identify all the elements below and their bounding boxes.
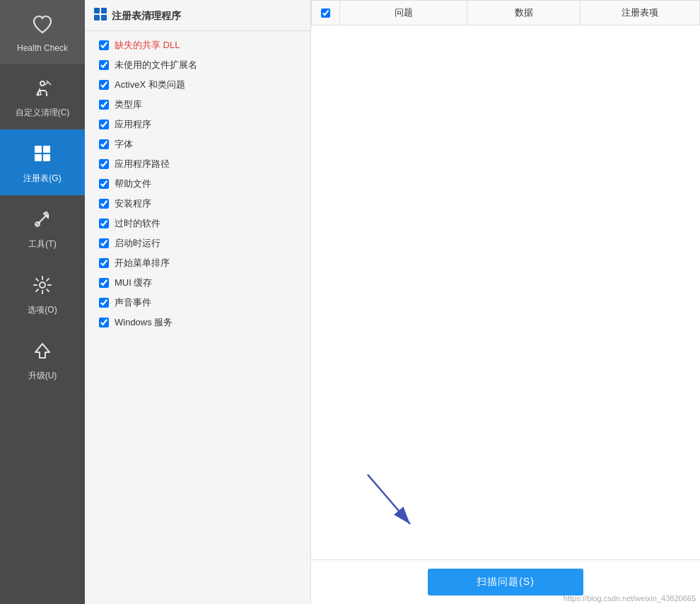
svg-point-0 (40, 81, 45, 86)
checkbox-missing-dll[interactable] (99, 40, 109, 50)
check-item-missing-dll[interactable]: 缺失的共享 DLL (85, 35, 310, 55)
checkbox-mui-cache[interactable] (99, 278, 109, 288)
svg-rect-1 (35, 146, 42, 153)
svg-rect-10 (101, 15, 107, 21)
sidebar: Health Check 自定义清理(C) 注册表(G) (0, 0, 85, 604)
check-label-startup: 启动时运行 (115, 237, 161, 250)
check-item-startup[interactable]: 启动时运行 (85, 233, 310, 253)
check-item-obsolete[interactable]: 过时的软件 (85, 214, 310, 233)
checkbox-win-services[interactable] (99, 318, 109, 327)
svg-rect-4 (43, 154, 50, 161)
results-table: 问题 数据 注册表项 (311, 0, 700, 25)
select-all-checkbox[interactable] (321, 8, 330, 18)
right-panel: 问题 数据 注册表项 (311, 0, 700, 604)
svg-rect-3 (35, 154, 42, 161)
check-label-type-lib: 类型库 (115, 98, 142, 111)
sidebar-item-health-check[interactable]: Health Check (0, 0, 85, 64)
check-item-installer[interactable]: 安装程序 (85, 194, 310, 214)
check-label-apps: 应用程序 (115, 118, 151, 131)
svg-rect-7 (94, 8, 100, 13)
svg-rect-2 (43, 146, 50, 153)
watermark: https://blog.csdn.net/weixin_43820665 (564, 594, 696, 603)
checkbox-fonts[interactable] (99, 139, 109, 149)
panel-header-icon (93, 7, 107, 25)
health-check-icon (31, 13, 54, 39)
sidebar-label-tools: 工具(T) (28, 238, 56, 250)
upgrade-icon (31, 339, 54, 366)
checkbox-obsolete[interactable] (99, 219, 109, 228)
svg-rect-8 (101, 8, 107, 13)
check-label-sound-events: 声音事件 (115, 296, 151, 309)
col-data: 数据 (467, 1, 581, 25)
sidebar-label-custom-clean: 自定义清理(C) (16, 107, 70, 119)
check-item-mui-cache[interactable]: MUI 缓存 (85, 273, 310, 293)
svg-rect-9 (94, 15, 100, 21)
checkbox-type-lib[interactable] (99, 100, 109, 110)
sidebar-item-tools[interactable]: 工具(T) (0, 195, 85, 261)
checkbox-installer[interactable] (99, 199, 109, 209)
options-icon (31, 274, 54, 300)
checkbox-help-files[interactable] (99, 179, 109, 189)
check-item-start-menu[interactable]: 开始菜单排序 (85, 253, 310, 273)
check-label-app-paths: 应用程序路径 (115, 158, 170, 170)
sidebar-item-registry[interactable]: 注册表(G) (0, 129, 85, 195)
check-item-app-paths[interactable]: 应用程序路径 (85, 154, 310, 174)
sidebar-item-options[interactable]: 选项(O) (0, 261, 85, 327)
panel-title: 注册表清理程序 (112, 10, 181, 23)
custom-clean-icon (31, 76, 54, 103)
registry-icon (31, 142, 54, 168)
check-item-help-files[interactable]: 帮助文件 (85, 174, 310, 194)
results-table-area: 问题 数据 注册表项 (311, 0, 700, 559)
left-panel: 注册表清理程序 缺失的共享 DLL未使用的文件扩展名ActiveX 和类问题类型… (85, 0, 311, 604)
check-item-fonts[interactable]: 字体 (85, 134, 310, 154)
check-label-missing-dll: 缺失的共享 DLL (115, 39, 180, 52)
checklist: 缺失的共享 DLL未使用的文件扩展名ActiveX 和类问题类型库应用程序字体应… (85, 31, 310, 337)
check-item-apps[interactable]: 应用程序 (85, 115, 310, 134)
sidebar-label-options: 选项(O) (28, 304, 57, 316)
check-label-help-files: 帮助文件 (115, 178, 151, 190)
checkbox-unused-ext[interactable] (99, 60, 109, 70)
check-item-activex[interactable]: ActiveX 和类问题 (85, 75, 310, 95)
checkbox-start-menu[interactable] (99, 258, 109, 268)
check-item-type-lib[interactable]: 类型库 (85, 95, 310, 115)
sidebar-item-upgrade[interactable]: 升级(U) (0, 327, 85, 393)
col-registry-key: 注册表项 (581, 1, 700, 25)
check-label-win-services: Windows 服务 (115, 316, 173, 329)
check-item-unused-ext[interactable]: 未使用的文件扩展名 (85, 55, 310, 75)
check-label-fonts: 字体 (115, 138, 133, 151)
col-issue: 问题 (340, 1, 467, 25)
svg-point-6 (40, 282, 45, 288)
col-checkbox[interactable] (312, 1, 340, 25)
panel-header: 注册表清理程序 (85, 0, 310, 31)
checkbox-activex[interactable] (99, 80, 109, 90)
check-item-win-services[interactable]: Windows 服务 (85, 313, 310, 332)
checkbox-app-paths[interactable] (99, 159, 109, 169)
checkbox-apps[interactable] (99, 120, 109, 129)
scan-button[interactable]: 扫描问题(S) (428, 569, 583, 596)
tools-icon (31, 208, 54, 234)
check-item-sound-events[interactable]: 声音事件 (85, 293, 310, 313)
main-area: 注册表清理程序 缺失的共享 DLL未使用的文件扩展名ActiveX 和类问题类型… (85, 0, 700, 604)
checkbox-sound-events[interactable] (99, 298, 109, 308)
sidebar-label-upgrade: 升级(U) (28, 370, 57, 382)
check-label-start-menu: 开始菜单排序 (115, 257, 170, 269)
check-label-mui-cache: MUI 缓存 (115, 277, 152, 289)
check-label-activex: ActiveX 和类问题 (115, 79, 185, 91)
check-label-installer: 安装程序 (115, 197, 151, 210)
check-label-unused-ext: 未使用的文件扩展名 (115, 59, 197, 71)
checkbox-startup[interactable] (99, 238, 109, 248)
check-label-obsolete: 过时的软件 (115, 217, 161, 230)
sidebar-item-custom-clean[interactable]: 自定义清理(C) (0, 64, 85, 129)
sidebar-label-health-check: Health Check (17, 43, 68, 53)
sidebar-label-registry: 注册表(G) (23, 173, 61, 185)
